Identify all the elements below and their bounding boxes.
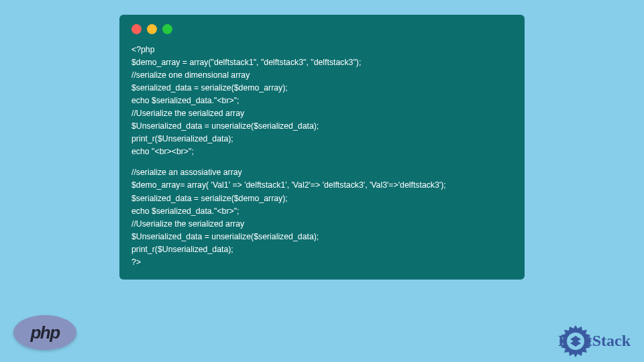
delftstack-logo: DelftStack [558, 332, 631, 350]
close-dot [131, 24, 142, 34]
php-logo-text: php [30, 322, 59, 343]
window-traffic-lights [131, 24, 513, 34]
delftstack-gear-icon [558, 324, 593, 359]
code-block-2: //serialize an assosiative array $demo_a… [131, 166, 513, 268]
php-logo: php [13, 315, 76, 350]
code-block-1: <?php $demo_array = array("delftstack1",… [131, 44, 513, 158]
maximize-dot [162, 24, 172, 34]
code-window: <?php $demo_array = array("delftstack1",… [119, 15, 525, 280]
minimize-dot [147, 24, 157, 34]
